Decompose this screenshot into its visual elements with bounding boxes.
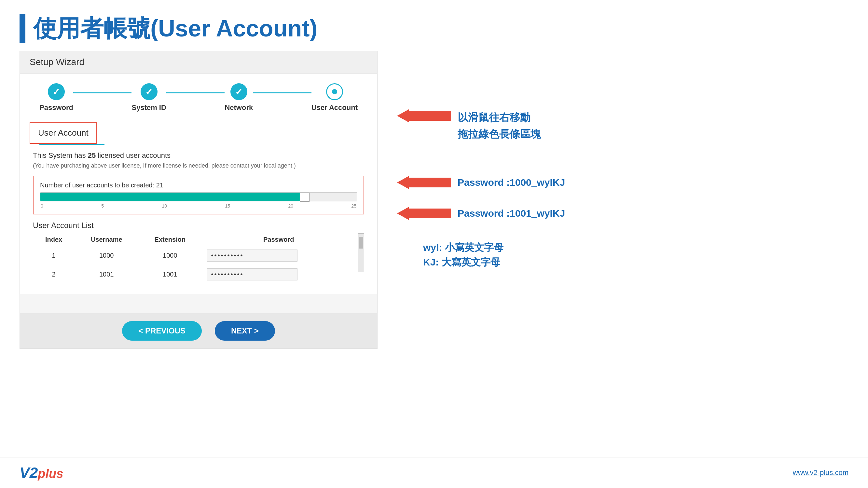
tick-5: 5 xyxy=(101,203,104,208)
slider-fill xyxy=(40,193,300,201)
arrow2-head xyxy=(397,207,409,220)
bottom-note-line1: wyI: 小寫英文字母 xyxy=(423,240,848,255)
row1-password-cell xyxy=(202,246,356,265)
page-footer: V2plus www.v2-plus.com xyxy=(0,457,868,488)
slider-chinese-text: 以滑鼠往右移動 拖拉綠色長條區塊 xyxy=(458,109,541,142)
step-systemid: System ID xyxy=(131,83,166,112)
step-circle-systemid xyxy=(141,83,157,100)
wizard-title: Setup Wizard xyxy=(30,57,84,67)
slider-annotation-text: 以滑鼠往右移動 拖拉綠色長條區塊 xyxy=(458,109,541,149)
company-logo: V2plus xyxy=(20,464,63,482)
wizard-steps: Password System ID Network User Account xyxy=(20,73,377,122)
sub-text: (You have purchasing above user license,… xyxy=(33,162,364,169)
slider-red-arrow xyxy=(397,109,451,122)
row2-extension: 1001 xyxy=(138,265,202,284)
tick-25: 25 xyxy=(351,203,356,208)
wizard-footer: < PREVIOUS NEXT > xyxy=(20,313,377,349)
tab-useraccount[interactable]: User Account xyxy=(30,122,97,144)
password2-label: Password :1001_wyIKJ xyxy=(458,208,565,219)
step-connector-3 xyxy=(253,92,311,93)
arrow-body xyxy=(409,111,451,121)
slider-annotation-group: 以滑鼠往右移動 拖拉綠色長條區塊 xyxy=(397,109,848,149)
step-label-password: Password xyxy=(39,103,73,112)
page-title: 使用者帳號(User Account) xyxy=(33,13,317,44)
licensed-pre: This System has xyxy=(33,151,88,159)
password1-red-arrow xyxy=(397,176,451,189)
slider-label: Number of user accounts to be created: 2… xyxy=(40,182,357,189)
row2-index: 2 xyxy=(33,265,74,284)
tick-0: 0 xyxy=(41,203,43,208)
step-circle-useraccount xyxy=(326,83,343,100)
licensed-post: licensed user accounts xyxy=(96,151,170,159)
ua-content: This System has 25 licensed user account… xyxy=(20,145,377,294)
step-label-network: Network xyxy=(224,103,253,112)
ua-table-wrap: Index Username Extension Password xyxy=(33,233,356,284)
tick-15: 15 xyxy=(225,203,230,208)
wizard-header: Setup Wizard xyxy=(20,51,377,73)
tab-label: User Account xyxy=(38,128,89,138)
th-index: Index xyxy=(33,233,74,246)
wizard-panel: Setup Wizard Password System ID Network … xyxy=(20,51,377,349)
password2-text: Password :1001_wyIKJ xyxy=(458,206,565,221)
password2-red-arrow xyxy=(397,207,451,220)
bottom-note: wyI: 小寫英文字母 KJ: 大寫英文字母 xyxy=(423,240,848,269)
main-content: Setup Wizard Password System ID Network … xyxy=(0,51,868,349)
th-extension-label: Extension xyxy=(155,236,186,243)
licensed-text: This System has 25 licensed user account… xyxy=(33,151,364,160)
page-header: 使用者帳號(User Account) xyxy=(0,0,868,51)
table-row: 1 1000 1000 xyxy=(33,246,356,265)
step-password: Password xyxy=(39,83,73,112)
row2-password-input[interactable] xyxy=(207,268,298,281)
row1-index: 1 xyxy=(33,246,74,265)
scrollbar-thumb xyxy=(359,237,363,249)
slider-ticks: 0 5 10 15 20 25 xyxy=(40,203,357,208)
footer-website-link[interactable]: www.v2-plus.com xyxy=(793,468,848,477)
th-password-label: Password xyxy=(263,236,294,243)
step-circle-network xyxy=(230,83,247,100)
next-button[interactable]: NEXT > xyxy=(215,321,275,340)
th-extension: Extension xyxy=(138,233,202,246)
bottom-note-line2: KJ: 大寫英文字母 xyxy=(423,255,848,269)
ua-list-title: User Account List xyxy=(33,221,364,230)
logo-v2-text: V2 xyxy=(20,464,38,481)
blue-accent-bar xyxy=(20,14,25,43)
slider-track[interactable] xyxy=(40,192,357,201)
user-account-table: Index Username Extension Password xyxy=(33,233,356,284)
row1-password-input[interactable] xyxy=(207,250,298,262)
th-username: Username xyxy=(74,233,138,246)
step-label-systemid: System ID xyxy=(131,103,166,112)
prev-button[interactable]: < PREVIOUS xyxy=(122,321,202,340)
arrow-head-left xyxy=(397,109,409,122)
ua-table-container: Index Username Extension Password xyxy=(33,233,364,284)
slider-thumb[interactable] xyxy=(300,193,310,202)
tab-area: User Account xyxy=(20,122,377,145)
password1-annotation-group: Password :1000_wyIKJ xyxy=(397,175,848,190)
row1-extension: 1000 xyxy=(138,246,202,265)
arrow1-head xyxy=(397,176,409,189)
tick-10: 10 xyxy=(162,203,167,208)
logo-plus-text: plus xyxy=(38,467,63,481)
arrow1-body xyxy=(409,177,451,187)
step-useraccount: User Account xyxy=(311,83,358,112)
password2-annotation-group: Password :1001_wyIKJ xyxy=(397,206,848,221)
step-label-useraccount: User Account xyxy=(311,103,358,112)
th-index-label: Index xyxy=(45,236,62,243)
step-circle-password xyxy=(48,83,65,100)
password1-label: Password :1000_wyIKJ xyxy=(458,177,565,188)
step-connector-1 xyxy=(73,92,132,93)
annotations-panel: 以滑鼠往右移動 拖拉綠色長條區塊 Password :1000_wyIKJ Pa… xyxy=(397,51,848,349)
tick-20: 20 xyxy=(288,203,293,208)
th-password: Password xyxy=(202,233,356,246)
row1-username: 1000 xyxy=(74,246,138,265)
slider-box: Number of user accounts to be created: 2… xyxy=(33,176,364,215)
wizard-bottom xyxy=(20,294,377,313)
licensed-count: 25 xyxy=(88,151,96,159)
row2-username: 1001 xyxy=(74,265,138,284)
vertical-scrollbar[interactable] xyxy=(358,233,364,272)
step-connector-2 xyxy=(166,92,225,93)
th-username-label: Username xyxy=(91,236,122,243)
password1-text: Password :1000_wyIKJ xyxy=(458,175,565,190)
table-row: 2 1001 1001 xyxy=(33,265,356,284)
step-network: Network xyxy=(224,83,253,112)
arrow2-body xyxy=(409,208,451,218)
